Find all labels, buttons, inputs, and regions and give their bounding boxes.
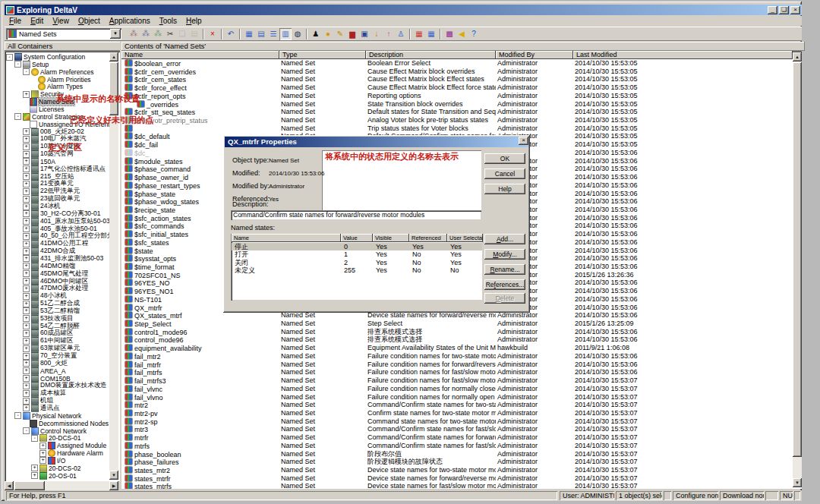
list-row-fail-mtrfr[interactable]: fail_mtrfrNamed SetFailure condition nam… [121, 361, 793, 369]
expand-icon[interactable]: + [23, 293, 30, 300]
tree-item-security[interactable]: +Security [23, 90, 64, 98]
help-button[interactable]: Help [484, 184, 525, 194]
expand-icon[interactable]: + [23, 338, 30, 345]
column-header-modified-by[interactable]: Modified By [496, 51, 573, 59]
list-row-mtrfr[interactable]: mtrfrNamed SetCommand/Confirm state name… [121, 433, 793, 442]
tree-item-control-strategies[interactable]: -Control Strategies [14, 113, 84, 121]
expand-icon[interactable]: + [23, 128, 30, 135]
user-manager-icon[interactable]: ♟ [310, 28, 322, 40]
expand-icon[interactable]: + [23, 158, 30, 165]
tree-item-20-dcs-01[interactable]: -20-DCS-01 [31, 434, 81, 442]
expand-icon[interactable]: + [23, 278, 30, 285]
list-row-ctlr-force-effect[interactable]: $ctlr_force_effectNamed SetCause Effect … [121, 83, 793, 92]
expand-icon[interactable]: + [23, 143, 30, 150]
menu-view[interactable]: View [48, 17, 74, 25]
tree-item-20-dcs-02[interactable]: +20-DCS-02 [31, 465, 81, 472]
control-studio-icon[interactable]: ⁂ [140, 28, 152, 40]
tree-item-named-sets[interactable]: Named Sets [23, 98, 74, 106]
tree-hscroll-thumb[interactable] [14, 481, 45, 490]
sound-icon[interactable]: ◀ [456, 28, 468, 40]
expand-icon[interactable]: + [23, 91, 30, 98]
tree-item-system-configuration[interactable]: -System Configuration [6, 53, 85, 61]
list-row-mtrfs[interactable]: mtrfsNamed SetCommand/Confirm state name… [121, 442, 793, 450]
states-column-referenced[interactable]: Referenced [409, 234, 447, 242]
list-row-control1-mode96[interactable]: control1_mode96Named Set排查系统模式选择Administ… [121, 328, 793, 336]
expand-icon[interactable]: + [23, 218, 30, 225]
expand-icon[interactable]: + [23, 353, 30, 360]
expand-icon[interactable]: + [23, 375, 30, 382]
list-view-icon[interactable]: ☰ [267, 28, 279, 40]
list-row-mtr2[interactable]: mtr2Named SetCommand/Confirm state names… [121, 401, 793, 409]
list-row-fail-mtrfs[interactable]: fail_mtrfsNamed SetFailure condition nam… [121, 368, 793, 376]
menu-object[interactable]: Object [74, 17, 105, 25]
cancel-button[interactable]: Cancel [484, 169, 525, 179]
dialog-close-icon[interactable]: × [519, 137, 528, 145]
tree-item-area-a[interactable]: +AREA_A [23, 367, 66, 375]
state-row-item[interactable]: 停止0YesYesYes [232, 243, 482, 251]
column-header-name[interactable]: Name [121, 51, 279, 59]
expand-icon[interactable]: + [31, 472, 38, 479]
list-row-ctlr-stt-seq-states[interactable]: $ctlr_stt_seq_statesNamed SetDefault sta… [121, 108, 793, 116]
state-row-item[interactable]: 未定义255YesNoNo [232, 266, 482, 275]
expand-icon[interactable]: + [23, 210, 30, 217]
list-vertical-scrollbar[interactable]: ▲ ▼ [793, 52, 802, 487]
list-scroll-thumb[interactable] [793, 62, 802, 457]
combo-dropdown-button[interactable]: ▼ [110, 29, 121, 39]
book-icon[interactable]: ▆ [346, 28, 358, 40]
list-row-step-select[interactable]: Step_SelectNamed SetStep SelectAdministr… [121, 320, 793, 328]
expand-icon[interactable]: + [23, 248, 30, 255]
help-icon[interactable]: ? [468, 28, 480, 40]
tree-scroll-down-button[interactable]: ▼ [109, 471, 118, 480]
state-row-item[interactable]: 打开1YesNoYes [232, 250, 482, 259]
download-icon[interactable]: ↓ [371, 28, 383, 40]
list-row-fail-mtr2[interactable]: fail_mtr2Named SetFailure condition name… [121, 352, 793, 361]
tree-item-decommissioned-nodes[interactable]: Decommissioned Nodes [23, 420, 109, 427]
menu-file[interactable]: File [5, 17, 26, 25]
tree-item-800[interactable]: +800_火炬 [23, 360, 68, 367]
modify-button[interactable]: Modify... [484, 249, 525, 260]
list-row-mtr2-sp[interactable]: mtr2-spNamed SetCommand state names for … [121, 417, 793, 426]
references-button[interactable]: References... [484, 279, 525, 290]
tree-horizontal-scrollbar[interactable]: ◀ ▶ [5, 481, 118, 490]
expand-icon[interactable]: + [23, 196, 30, 203]
state-row-item[interactable]: 关闭2YesNoYes [232, 259, 482, 267]
alarm-config-icon[interactable]: ✎ [334, 28, 346, 40]
collapse-icon[interactable]: - [14, 113, 21, 120]
expand-icon[interactable]: + [23, 181, 30, 187]
media-icon[interactable]: ▩ [443, 28, 456, 40]
list-row-mtr3[interactable]: mtr3Named SetCommand/Confirm state names… [121, 425, 793, 433]
list-row-overrides[interactable]: _overridesNamed SetState Transition bloc… [121, 100, 793, 109]
details-view-icon[interactable]: ▥ [279, 28, 292, 40]
tree-item-10[interactable]: +10蒸汽管网 [23, 150, 73, 158]
paste-icon[interactable]: ▤ [188, 28, 200, 40]
upload-icon[interactable]: ↑ [383, 28, 395, 40]
expand-icon[interactable]: + [23, 383, 30, 389]
tree-item-control-network[interactable]: -Control Network [23, 427, 87, 435]
add-button[interactable]: Add... [484, 234, 525, 244]
list-row-control-mode96[interactable]: control_mode96Named Set排查系统模式选择Administr… [121, 335, 793, 344]
expand-icon[interactable]: + [23, 398, 30, 405]
tree-scroll-right-button[interactable]: ▶ [109, 481, 118, 490]
hierarchy-view-icon[interactable]: ⁂ [128, 28, 140, 40]
collapse-icon[interactable]: - [23, 427, 30, 434]
collapse-icon[interactable]: - [14, 412, 21, 419]
tree-item-20-os-01[interactable]: +20-OS-01 [31, 472, 77, 480]
tree-item-alarm-priorities[interactable]: Alarm Priorities [31, 76, 91, 83]
expand-icon[interactable]: + [23, 307, 30, 314]
list-row-fail-mtrfs3[interactable]: fail_mtrfs3Named SetFailure condition na… [121, 376, 793, 385]
tree-scroll-left-button[interactable]: ◀ [5, 481, 14, 490]
rename-button[interactable]: Rename... [484, 264, 525, 275]
undo-icon[interactable]: ↶ [225, 28, 237, 40]
expand-icon[interactable]: + [23, 285, 30, 292]
save-disk-icon[interactable]: ▣ [358, 28, 371, 40]
alarm-bell-icon[interactable]: ● [322, 28, 334, 40]
expand-icon[interactable]: + [23, 225, 30, 232]
expand-icon[interactable]: + [23, 136, 30, 143]
list-row-phase-failures[interactable]: phase_failuresNamed Set阶段逻辑模块的故障状态Admini… [121, 458, 793, 466]
list-row-ctlr-report-opts[interactable]: $ctlr_report_optsNamed SetReporting opti… [121, 92, 793, 100]
module-structure-icon[interactable]: ⁂ [152, 28, 164, 40]
menu-tools[interactable]: Tools [155, 17, 181, 25]
description-field[interactable]: Command/Confirm state names for forward/… [231, 210, 481, 220]
tree-item-i-o[interactable]: +I/O [39, 457, 65, 465]
expand-icon[interactable]: + [23, 345, 30, 352]
